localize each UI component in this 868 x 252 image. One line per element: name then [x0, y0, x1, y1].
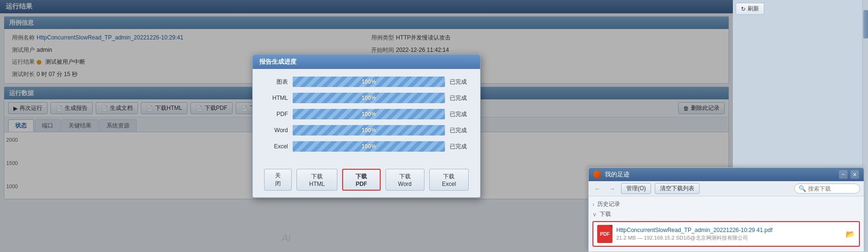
progress-text-pdf: 100% — [362, 111, 376, 117]
file-open-button[interactable]: 📂 — [846, 230, 855, 239]
modal-download-excel-button[interactable]: 下载Excel — [429, 169, 469, 191]
dm-close-button[interactable]: × — [850, 170, 859, 179]
dm-header-right: － × — [839, 170, 859, 179]
modal-close-button[interactable]: 关闭 — [264, 169, 292, 191]
file-type-label: PDF — [600, 232, 610, 237]
dm-clear-button[interactable]: 清空下载列表 — [655, 183, 700, 194]
file-meta: 21.2 MB — 192.168.15.2 SD1i5@北京网测科技有限公司 — [616, 234, 842, 242]
dm-minimize-button[interactable]: － — [839, 170, 848, 179]
file-size: 21.2 MB — [616, 235, 636, 241]
firefox-icon — [593, 171, 601, 178]
progress-modal: 报告生成进度 图表 100% 已完成 HTML 100% — [252, 54, 481, 198]
file-extra: SD1i5@北京网测科技有限公司 — [676, 235, 748, 241]
progress-bar-html: 100% — [293, 93, 445, 103]
chevron-down-icon: ∨ — [592, 211, 597, 218]
file-info: HttpConcurrentSlowRead_TP_admin_20221226… — [616, 227, 842, 242]
progress-bar-word: 100% — [293, 125, 445, 136]
dm-history-section[interactable]: › 历史记录 — [592, 199, 860, 209]
modal-download-word-button[interactable]: 下载Word — [385, 169, 424, 191]
progress-row-html: HTML 100% 已完成 — [264, 93, 469, 103]
dm-history-label: 历史记录 — [597, 200, 620, 208]
pdf-file-icon: PDF — [597, 225, 612, 243]
progress-status-chart: 已完成 — [450, 78, 469, 86]
refresh-button[interactable]: ↻ 刷新 — [736, 3, 764, 15]
dm-back-button[interactable]: ← — [592, 184, 603, 194]
progress-bar-pdf: 100% — [293, 109, 445, 119]
progress-row-excel: Excel 100% 已完成 — [264, 141, 469, 152]
modal-header: 报告生成进度 — [253, 55, 480, 69]
dm-header: 我的足迹 － × — [589, 168, 864, 181]
progress-bar-chart: 100% — [293, 77, 445, 87]
dm-body: › 历史记录 ∨ 下载 PDF HttpConcurrentSlowRead_T… — [589, 196, 864, 252]
dm-search-box: 🔍 — [794, 184, 860, 194]
chevron-right-icon: › — [592, 201, 594, 208]
progress-text-excel: 100% — [362, 143, 376, 150]
progress-label-chart: 图表 — [264, 78, 288, 86]
dm-downloads-label: 下载 — [600, 210, 611, 218]
progress-text-html: 100% — [362, 95, 376, 101]
progress-status-pdf: 已完成 — [450, 110, 469, 118]
dm-downloads-section[interactable]: ∨ 下载 — [592, 209, 860, 219]
search-icon: 🔍 — [799, 185, 806, 192]
progress-label-excel: Excel — [264, 143, 288, 150]
progress-status-html: 已完成 — [450, 94, 469, 102]
download-manager: 我的足迹 － × ← → 管理(O) 清空下载列表 🔍 › 历史记录 ∨ 下载 … — [588, 167, 864, 252]
dm-header-left: 我的足迹 — [593, 170, 630, 179]
progress-bar-excel: 100% — [293, 141, 445, 152]
download-item: PDF HttpConcurrentSlowRead_TP_admin_2022… — [592, 221, 860, 247]
modal-body: 图表 100% 已完成 HTML 100% 已完成 PDF — [253, 69, 480, 165]
progress-row-pdf: PDF 100% 已完成 — [264, 109, 469, 119]
dm-forward-button[interactable]: → — [607, 184, 617, 194]
dm-title: 我的足迹 — [605, 170, 630, 179]
file-source: 192.168.15.2 — [644, 235, 674, 241]
file-name: HttpConcurrentSlowRead_TP_admin_20221226… — [616, 227, 842, 233]
progress-label-word: Word — [264, 127, 288, 134]
progress-status-word: 已完成 — [450, 126, 469, 135]
dm-search-input[interactable] — [808, 185, 856, 192]
modal-title: 报告生成进度 — [259, 58, 296, 65]
modal-download-html-button[interactable]: 下载HTML — [296, 169, 337, 191]
progress-text-word: 100% — [362, 127, 376, 134]
progress-status-excel: 已完成 — [450, 143, 469, 151]
progress-label-pdf: PDF — [264, 111, 288, 117]
refresh-icon: ↻ — [741, 6, 746, 12]
progress-label-html: HTML — [264, 95, 288, 101]
progress-row-word: Word 100% 已完成 — [264, 125, 469, 136]
progress-text-chart: 100% — [362, 78, 376, 85]
modal-footer: 关闭 下载HTML 下载PDF 下载Word 下载Excel — [253, 165, 480, 197]
progress-row-chart: 图表 100% 已完成 — [264, 77, 469, 87]
dm-toolbar: ← → 管理(O) 清空下载列表 🔍 — [589, 181, 864, 196]
dm-manage-button[interactable]: 管理(O) — [621, 183, 651, 194]
scrollbar-thumb[interactable] — [863, 10, 868, 39]
modal-download-pdf-button[interactable]: 下载PDF — [342, 169, 381, 191]
